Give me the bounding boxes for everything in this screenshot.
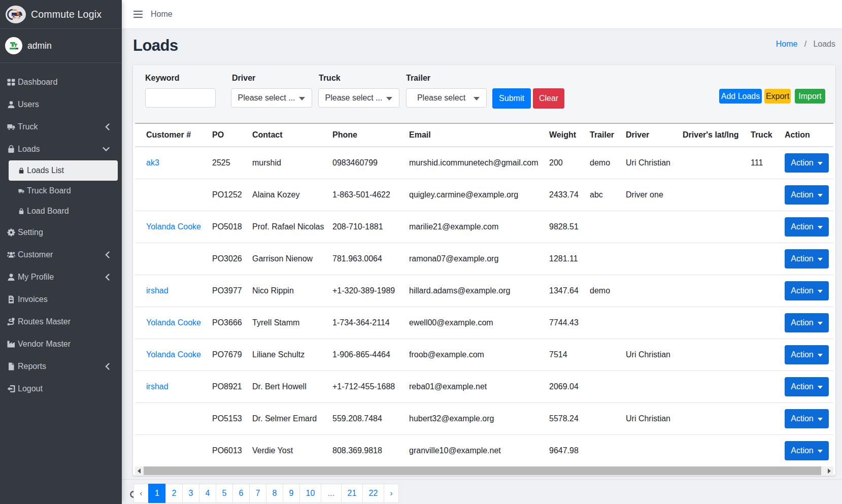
svg-text:ix: ix <box>18 16 20 19</box>
